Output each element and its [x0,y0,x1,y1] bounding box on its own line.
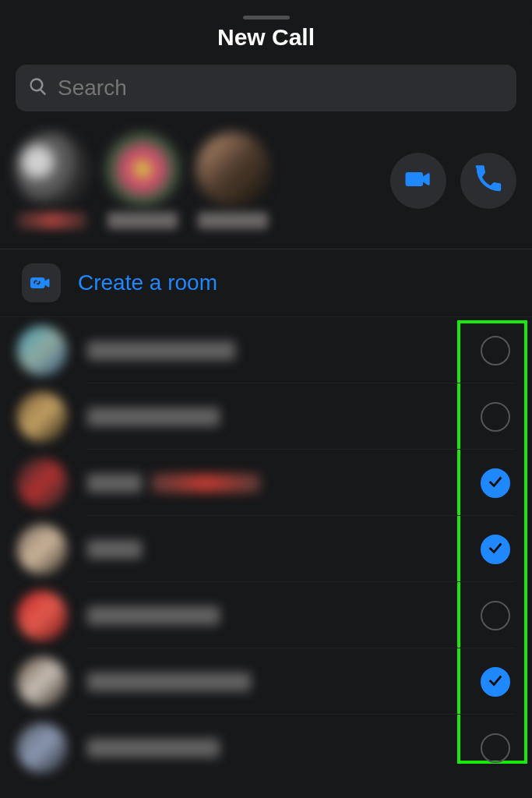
selected-participant[interactable] [16,132,89,229]
contacts-list [0,316,532,781]
selected-participants [16,132,390,229]
contact-row[interactable] [0,648,532,715]
select-checkbox[interactable] [481,336,510,365]
contact-name [87,606,220,625]
avatar [17,657,67,707]
contact-row[interactable] [0,450,532,516]
contact-row[interactable] [0,516,532,582]
contact-name [87,408,220,426]
avatar [196,132,270,206]
new-call-sheet: New Call [0,9,532,798]
contact-row[interactable] [0,317,532,383]
contact-name [87,673,251,691]
participant-name [107,212,178,229]
contact-row[interactable] [0,383,532,450]
avatar [17,723,67,773]
selected-participant[interactable] [196,132,270,229]
contact-row[interactable] [0,715,532,781]
sheet-grabber[interactable] [243,16,290,19]
contact-row[interactable] [0,582,532,648]
contact-name [87,540,142,559]
check-icon [487,539,504,560]
create-room-row[interactable]: Create a room [0,249,532,316]
create-room-label: Create a room [78,270,217,295]
check-icon [487,672,504,692]
avatar [17,458,67,508]
video-icon [404,165,432,196]
page-title: New Call [0,24,532,51]
avatar [17,524,67,574]
contact-name-hl [151,474,260,493]
select-checkbox[interactable] [481,535,510,564]
participant-name [17,212,87,229]
selected-participant[interactable] [106,132,179,229]
contact-name [87,474,142,493]
avatar [17,591,67,641]
avatar [17,392,67,442]
select-checkbox[interactable] [481,667,510,697]
select-checkbox[interactable] [481,468,510,498]
audio-call-button[interactable] [460,153,516,209]
avatar [16,132,89,206]
avatar [106,132,179,206]
select-checkbox[interactable] [481,402,510,432]
search-field[interactable] [16,65,516,111]
participant-name [198,212,268,229]
check-icon [487,473,504,493]
video-call-button[interactable] [390,153,446,209]
avatar [17,326,67,376]
select-checkbox[interactable] [481,601,510,630]
contact-name [87,341,235,360]
search-icon [28,76,48,100]
phone-icon [474,165,502,196]
select-checkbox[interactable] [481,733,510,763]
search-input[interactable] [58,76,504,101]
contact-name [87,739,220,757]
room-link-icon [22,263,61,302]
